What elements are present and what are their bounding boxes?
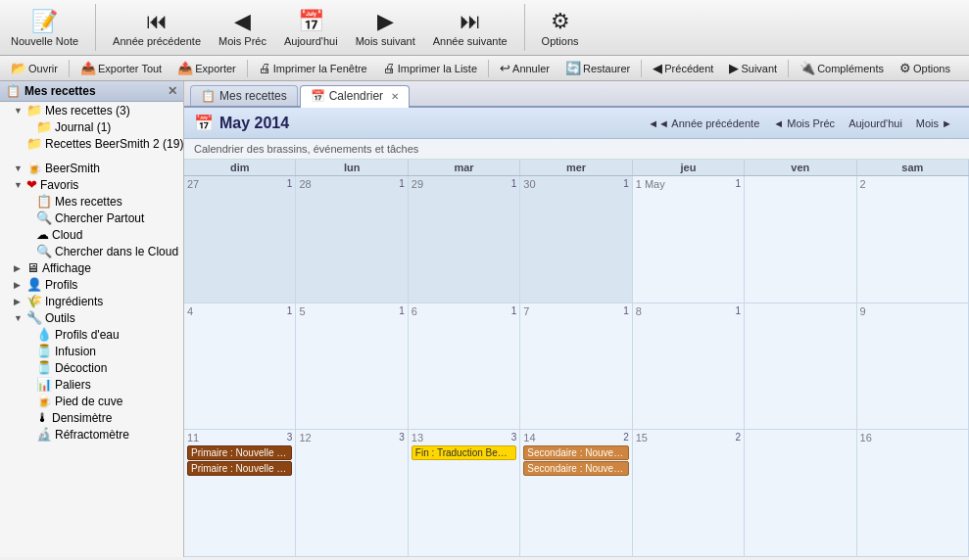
cal-mois-prec-button[interactable]: ◄ Mois Préc [766, 115, 842, 132]
sidebar-item-mes-recettes[interactable]: 📋 Mes recettes [0, 193, 183, 210]
sidebar-label: Infusion [55, 345, 96, 358]
calendar-grid: 271 281 291 301 1 May1 2 41 [184, 176, 969, 557]
annee-precedente-button[interactable]: ⏮ Année précédente [108, 6, 206, 50]
cal-cell-apr29[interactable]: 291 [409, 176, 520, 303]
sidebar-item-cloud[interactable]: ☁ Cloud [0, 226, 183, 243]
sidebar-label: Favoris [40, 178, 78, 192]
sidebar-item-mes-recettes-folder[interactable]: ▼ 📁 Mes recettes (3) [0, 102, 183, 118]
cal-event-fin-traduction[interactable]: Fin : Traduction BeerSmith [412, 445, 516, 460]
cal-event-secondaire-2[interactable]: Secondaire : Nouvelle rec... [523, 461, 628, 476]
cal-cell-apr28[interactable]: 281 [296, 176, 408, 303]
exporter-button[interactable]: 📤 Exporter [170, 58, 243, 78]
cal-cell-may-empty1[interactable] [745, 176, 856, 303]
precedent-button[interactable]: ◀ Précédent [646, 58, 720, 78]
sidebar-label: Chercher dans le Cloud [55, 245, 178, 258]
sidebar-item-ingredients[interactable]: ▶ 🌾 Ingrédients [0, 293, 183, 309]
cal-annee-precedente-button[interactable]: ◄◄ ◄◄ Année précédenteAnnée précédente [641, 115, 766, 132]
favoris-icon: ❤ [26, 177, 37, 192]
tab-calendrier-icon: 📅 [311, 89, 325, 103]
cal-event-primaire-2[interactable]: Primaire : Nouvelle recette [187, 461, 292, 476]
cal-cell-may-empty3[interactable] [745, 430, 856, 557]
calendar-day-headers: dim lun mar mer jeu ven sam [184, 160, 969, 176]
aujourdhui-button[interactable]: 📅 Aujourd'hui [279, 6, 343, 50]
cal-mois-suivant-button[interactable]: Mois ► [909, 115, 959, 132]
sidebar-item-densimetre[interactable]: 🌡 Densimètre [0, 409, 183, 426]
calendar-subtitle: Calendrier des brassins, événements et t… [184, 139, 969, 160]
cal-cell-apr30[interactable]: 301 [520, 176, 632, 303]
sidebar-label: Pied de cuve [55, 395, 122, 408]
cal-cell-may13[interactable]: 133 Fin : Traduction BeerSmith [409, 430, 520, 557]
imprimer-liste-button[interactable]: 🖨 Imprimer la Liste [376, 58, 484, 78]
ouvrir-button[interactable]: 📂 Ouvrir [4, 58, 65, 78]
sidebar-item-pied-cuve[interactable]: 🍺 Pied de cuve [0, 393, 183, 409]
cloud-icon: ☁ [36, 227, 49, 242]
suivant-button[interactable]: ▶ Suivant [722, 58, 784, 78]
sidebar-item-chercher-partout[interactable]: 🔍 Chercher Partout [0, 210, 183, 226]
cal-cell-may-empty2[interactable] [745, 303, 856, 431]
mois-prec-button[interactable]: ◀ Mois Préc [214, 6, 271, 50]
tab-calendrier[interactable]: 📅 Calendrier ✕ [300, 85, 410, 108]
sidebar-item-profils[interactable]: ▶ 👤 Profils [0, 276, 183, 293]
sidebar-item-decoction[interactable]: 🫙 Décoction [0, 359, 183, 376]
mois-prec-label: Mois Préc [218, 35, 266, 47]
decoction-icon: 🫙 [36, 360, 52, 375]
sidebar-item-recettes-beersmith[interactable]: 📁 Recettes BeerSmith 2 (19) [0, 135, 183, 152]
cal-cell-may15[interactable]: 152 [633, 430, 745, 557]
arrow-icon: ▼ [14, 106, 24, 116]
cal-cell-may1[interactable]: 1 May1 [633, 176, 745, 303]
tab-mes-recettes[interactable]: 📋 Mes recettes [190, 85, 298, 106]
options2-icon: ⚙ [899, 61, 911, 75]
cloud-search-icon: 🔍 [36, 244, 52, 258]
mois-suivant-button[interactable]: ▶ Mois suivant [351, 6, 420, 50]
cal-event-secondaire-1[interactable]: Secondaire : Nouvelle rec... [523, 445, 628, 460]
sidebar-item-profils-eau[interactable]: 💧 Profils d'eau [0, 326, 183, 343]
cal-cell-may14[interactable]: 142 Secondaire : Nouvelle rec... Seconda… [520, 430, 632, 557]
cal-cell-may8[interactable]: 81 [633, 303, 745, 431]
cal-cell-may7[interactable]: 71 [520, 303, 632, 431]
sidebar-item-beersmith[interactable]: ▼ 🍺 BeerSmith [0, 160, 183, 176]
cal-cell-may9[interactable]: 9 [857, 303, 969, 431]
complements-button[interactable]: 🔌 Compléments [793, 58, 891, 78]
cal-cell-apr27[interactable]: 271 [184, 176, 296, 303]
nouvelle-note-button[interactable]: 📝 Nouvelle Note [6, 6, 83, 50]
search-icon: 🔍 [36, 210, 52, 225]
tb2-sep-1 [69, 60, 70, 77]
options-button[interactable]: ⚙ Options [537, 6, 584, 50]
cal-cell-may12[interactable]: 123 [296, 430, 408, 557]
tab-calendrier-close[interactable]: ✕ [391, 91, 399, 102]
cal-cell-may6[interactable]: 61 [409, 303, 520, 431]
infusion-icon: 🫙 [36, 344, 52, 358]
toolbar-separator-1 [95, 4, 96, 51]
sidebar-close-button[interactable]: ✕ [168, 84, 177, 98]
ouvrir-label: Ouvrir [28, 63, 58, 74]
cal-cell-may11[interactable]: 113 Primaire : Nouvelle recette Primaire… [184, 430, 296, 557]
paliers-icon: 📊 [36, 377, 52, 392]
sidebar-item-journal[interactable]: 📁 Journal (1) [0, 118, 183, 135]
exporter-tout-button[interactable]: 📤 Exporter Tout [73, 58, 169, 78]
annee-suivante-button[interactable]: ⏭ Année suivante [428, 6, 512, 50]
sidebar-label: Affichage [42, 261, 91, 275]
aujourdhui-icon: 📅 [298, 9, 324, 34]
sidebar-label: Densimètre [52, 411, 112, 425]
sidebar-item-outils[interactable]: ▼ 🔧 Outils [0, 309, 183, 326]
sidebar-item-chercher-cloud[interactable]: 🔍 Chercher dans le Cloud [0, 243, 183, 259]
sidebar-item-paliers[interactable]: 📊 Paliers [0, 376, 183, 393]
day-header-mer: mer [520, 160, 632, 175]
annuler-button[interactable]: ↩ Annuler [493, 58, 557, 78]
imprimer-fenetre-button[interactable]: 🖨 Imprimer la Fenêtre [252, 58, 374, 78]
refractometre-icon: 🔬 [36, 427, 52, 442]
sidebar-item-infusion[interactable]: 🫙 Infusion [0, 343, 183, 359]
options2-button[interactable]: ⚙ Options [893, 58, 957, 78]
cal-cell-may16[interactable]: 16 [857, 430, 969, 557]
cal-aujourdhui-button[interactable]: Aujourd'hui [842, 115, 909, 132]
cal-cell-may5[interactable]: 51 [296, 303, 408, 431]
cal-event-primaire-1[interactable]: Primaire : Nouvelle recette [187, 445, 292, 460]
sidebar-item-refractometre[interactable]: 🔬 Réfractomètre [0, 426, 183, 443]
sidebar-item-affichage[interactable]: ▶ 🖥 Affichage [0, 259, 183, 276]
sidebar-item-favoris[interactable]: ▼ ❤ Favoris [0, 176, 183, 193]
restaurer-button[interactable]: 🔄 Restaurer [558, 58, 637, 78]
day-header-mar: mar [409, 160, 520, 175]
cal-cell-may4[interactable]: 41 [184, 303, 296, 431]
cal-cell-may2[interactable]: 2 [857, 176, 969, 303]
exporter-tout-icon: 📤 [80, 61, 96, 75]
